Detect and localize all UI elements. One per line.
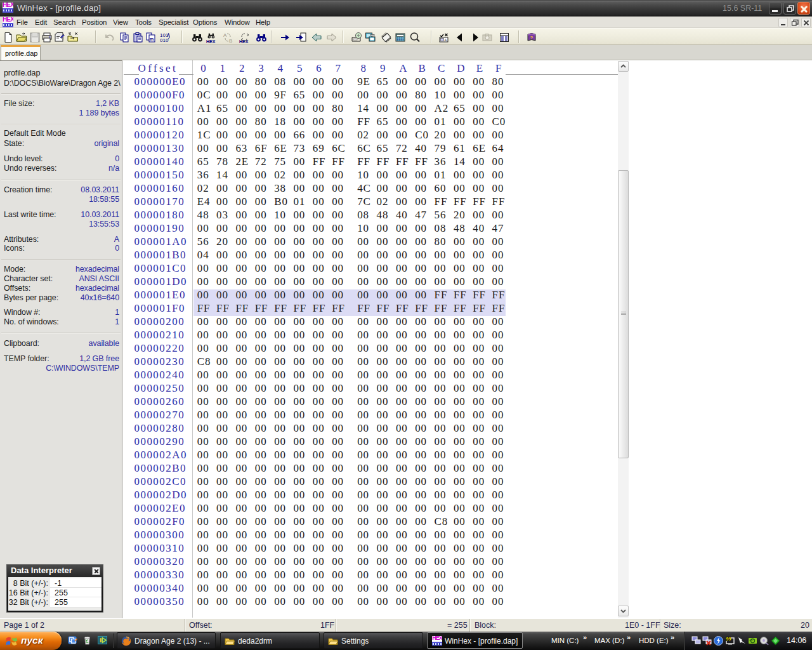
svg-text:99: 99 [726, 637, 731, 641]
svg-text:?: ? [530, 35, 534, 41]
svg-text:m: m [150, 37, 154, 41]
svg-text:HEX: HEX [206, 39, 216, 43]
svg-text:B: B [229, 38, 232, 43]
svg-text:A: A [445, 38, 447, 42]
svg-text:010: 010 [160, 37, 169, 43]
svg-text:A: A [223, 32, 227, 38]
